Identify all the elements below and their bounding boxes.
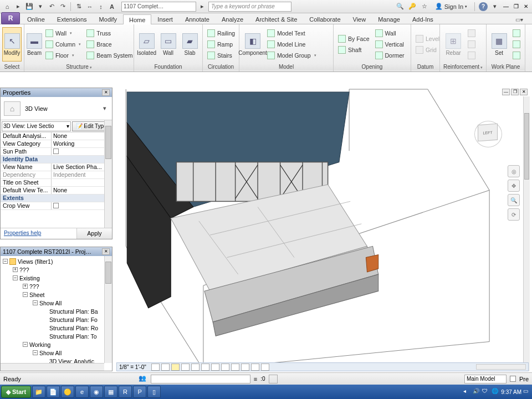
prop-checkbox[interactable] bbox=[52, 148, 112, 155]
help-dropdown-icon[interactable]: ▾ bbox=[490, 2, 500, 12]
prop-value[interactable]: Live Section Pha... bbox=[52, 163, 112, 171]
view-scale[interactable]: 1/8" = 1'-0" bbox=[119, 364, 146, 370]
tab-annotate[interactable]: Annotate bbox=[179, 14, 216, 24]
project-tree[interactable]: −Views (filter1) +??? −Existing +??? −Sh… bbox=[1, 256, 112, 371]
temp-hide-icon[interactable] bbox=[231, 364, 239, 371]
prop-value[interactable]: Working bbox=[52, 140, 112, 147]
tray-icon[interactable]: 🔊 bbox=[473, 388, 480, 396]
tab-insert[interactable]: Insert bbox=[151, 14, 179, 24]
opening-wall-button[interactable]: Wall bbox=[373, 28, 407, 39]
taskbar-app-6[interactable]: ▦ bbox=[104, 386, 117, 398]
dim-icon[interactable]: ↕ bbox=[96, 2, 106, 12]
taskbar-app-2[interactable]: 📄 bbox=[47, 386, 60, 398]
model-line-button[interactable]: Model Line bbox=[265, 39, 319, 50]
tab-manage[interactable]: Manage bbox=[372, 14, 406, 24]
vertical-button[interactable]: Vertical bbox=[373, 39, 407, 50]
component-button[interactable]: ◧Component bbox=[242, 27, 264, 62]
crop-region-icon[interactable] bbox=[211, 364, 219, 371]
clock[interactable]: 9:37 AM bbox=[501, 389, 521, 395]
properties-close-icon[interactable]: ✕ bbox=[102, 89, 110, 96]
saveas-icon[interactable]: ▾ bbox=[35, 2, 45, 12]
ramp-button[interactable]: Ramp bbox=[205, 39, 237, 50]
taskbar-app-4[interactable]: e bbox=[75, 386, 89, 398]
panel-reinforcement[interactable]: Reinforcement bbox=[440, 63, 486, 70]
model-text-button[interactable]: Model Text bbox=[265, 28, 319, 39]
drawing-area[interactable]: — ❐ ✕ bbox=[115, 88, 530, 371]
panel-structure[interactable]: Structure bbox=[24, 63, 134, 70]
tray-icon[interactable]: 🌐 bbox=[492, 388, 499, 396]
wp-s2[interactable] bbox=[510, 39, 523, 50]
collapse-icon[interactable]: − bbox=[23, 292, 28, 297]
collapse-icon[interactable]: − bbox=[13, 275, 18, 280]
search-input[interactable]: Type a keyword or phrase bbox=[208, 2, 291, 12]
view-cube[interactable]: LEFT bbox=[474, 121, 502, 147]
home-icon[interactable]: ⌂ bbox=[2, 2, 12, 12]
properties-scrollbar[interactable] bbox=[104, 120, 112, 228]
reveal-hidden-icon[interactable] bbox=[241, 364, 249, 371]
shadows-icon[interactable] bbox=[181, 364, 190, 371]
lock-3d-icon[interactable] bbox=[221, 364, 229, 371]
zoom-icon[interactable]: 🔍 bbox=[508, 194, 520, 206]
tab-online[interactable]: Online bbox=[21, 14, 51, 24]
expand-icon[interactable]: + bbox=[23, 284, 28, 289]
browser-scrollbar-v[interactable] bbox=[104, 256, 112, 363]
main-model-combo[interactable]: Main Model bbox=[464, 375, 507, 383]
measure-icon[interactable]: ↔ bbox=[85, 2, 95, 12]
prop-checkbox[interactable] bbox=[52, 202, 112, 209]
tree-leaf[interactable]: Structural Plan: Ro bbox=[1, 324, 112, 332]
text-icon[interactable]: A bbox=[107, 2, 117, 12]
help-icon[interactable]: ? bbox=[479, 2, 488, 11]
browser-header[interactable]: 1107 Complete RST2012I - Proj… ✕ bbox=[1, 247, 112, 256]
tree-leaf[interactable]: Structural Plan: Fo bbox=[1, 315, 112, 324]
tab-addins[interactable]: Add-Ins bbox=[406, 14, 439, 24]
visual-style-icon[interactable] bbox=[161, 364, 170, 371]
minimize-button[interactable]: — bbox=[502, 3, 510, 11]
tab-extensions[interactable]: Extensions bbox=[51, 14, 93, 24]
tray-icon[interactable]: ◂ bbox=[463, 388, 471, 396]
canvas-scrollbar[interactable] bbox=[523, 96, 530, 371]
workset-icon[interactable]: 👥 bbox=[139, 375, 147, 383]
tree-leaf[interactable]: Structural Plan: Ba bbox=[1, 307, 112, 315]
set-button[interactable]: ▦Set bbox=[489, 27, 509, 62]
modify-button[interactable]: ↖Modify bbox=[2, 27, 22, 62]
design-options-icon[interactable]: ≡ bbox=[254, 376, 257, 382]
key-icon[interactable]: 🔑 bbox=[407, 2, 417, 12]
wall-button[interactable]: Wall bbox=[43, 28, 83, 39]
undo-icon[interactable]: ↶ bbox=[47, 2, 57, 12]
collapse-icon[interactable]: − bbox=[33, 300, 38, 305]
prop-value[interactable]: None bbox=[52, 132, 112, 140]
binoculars-icon[interactable]: 🔍 bbox=[395, 2, 405, 12]
prop-value[interactable]: None bbox=[52, 187, 112, 194]
detail-level-icon[interactable] bbox=[151, 364, 160, 371]
tab-collaborate[interactable]: Collaborate bbox=[303, 14, 346, 24]
collapse-icon[interactable]: − bbox=[23, 342, 28, 347]
apply-button[interactable]: Apply bbox=[76, 228, 112, 239]
doc-restore-icon[interactable]: ❐ bbox=[511, 89, 519, 95]
save-icon[interactable]: 💾 bbox=[24, 2, 34, 12]
filter-icon[interactable] bbox=[269, 375, 278, 383]
brace-button[interactable]: Brace bbox=[84, 39, 135, 50]
beam-system-button[interactable]: Beam System bbox=[84, 50, 135, 61]
instance-combo[interactable]: 3D View: Live Sectio▾ bbox=[2, 121, 71, 131]
tab-architect-site[interactable]: Architect & Site bbox=[249, 14, 303, 24]
crop-view-icon[interactable] bbox=[201, 364, 209, 371]
collapse-icon[interactable]: − bbox=[3, 259, 8, 264]
doc-close-icon[interactable]: ✕ bbox=[520, 89, 528, 95]
rebar-button[interactable]: ⊞Rebar bbox=[442, 27, 464, 62]
stairs-button[interactable]: Stairs bbox=[205, 50, 237, 61]
foundation-wall-button[interactable]: ▭Wall bbox=[158, 27, 178, 62]
tab-analyze[interactable]: Analyze bbox=[216, 14, 249, 24]
taskbar-app-9[interactable]: ▯ bbox=[147, 386, 161, 398]
collapse-icon[interactable]: − bbox=[33, 350, 38, 355]
railing-button[interactable]: Railing bbox=[205, 28, 237, 39]
category-identity[interactable]: Identity Data⌃ bbox=[1, 156, 112, 163]
column-button[interactable]: Column bbox=[43, 39, 83, 50]
isolated-button[interactable]: ▱Isolated bbox=[136, 27, 157, 62]
view-scrollbar-h[interactable] bbox=[476, 364, 526, 370]
wp-s1[interactable] bbox=[510, 28, 523, 39]
browser-scrollbar-h[interactable] bbox=[1, 363, 104, 371]
slab-button[interactable]: ▰Slab bbox=[180, 27, 200, 62]
restore-button[interactable]: ❐ bbox=[512, 3, 520, 11]
taskbar-app-3[interactable]: 🟡 bbox=[61, 386, 74, 398]
expand-icon[interactable]: + bbox=[13, 267, 18, 272]
